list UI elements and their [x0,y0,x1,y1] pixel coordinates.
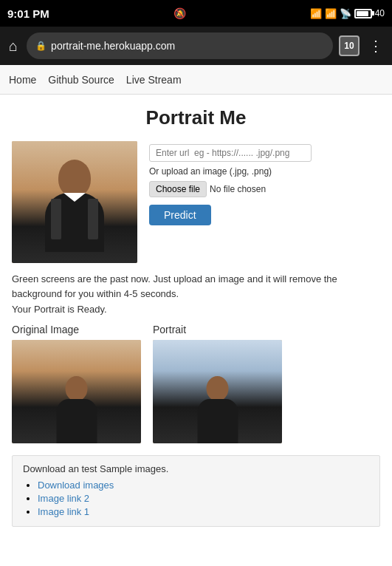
download-title: Download an test Sample images. [23,463,369,474]
browser-bar: ⌂ 🔒 portrait-me.herokuapp.com 10 ⋮ [0,27,392,65]
home-button[interactable]: ⌂ [6,35,21,58]
file-name-display: No file chosen [210,184,266,194]
nav-bar: Home Github Source Live Stream [0,65,392,95]
lock-icon: 🔒 [35,41,47,51]
battery-icon [354,9,372,18]
upload-label: Or upload an image (.jpg, .png) [149,166,312,177]
list-item: Image link 2 [38,492,369,504]
url-bar[interactable]: 🔒 portrait-me.herokuapp.com [27,33,333,59]
status-ready-text: Your Portrait is Ready. [12,304,380,315]
tab-count[interactable]: 10 [339,35,360,56]
results-section: Original Image Portrait [12,324,380,443]
choose-file-button[interactable]: Choose file [149,181,207,197]
description-text: Green screens are the past now. Just upl… [12,272,380,301]
download-list: Download images Image link 2 Image link … [23,479,369,517]
status-time: 9:01 PM [7,7,49,20]
predict-button[interactable]: Predict [149,205,211,225]
signal-icon-1: 📶 [310,8,322,19]
person-silhouette [41,160,108,263]
status-icons: 📶 📶 📡 40 [310,8,385,19]
download-link-2[interactable]: Image link 2 [38,493,89,504]
person-body [45,193,104,252]
original-col: Original Image [12,324,141,443]
nav-home[interactable]: Home [9,74,36,86]
battery-percent: 40 [375,8,385,18]
original-label: Original Image [12,324,79,335]
download-section: Download an test Sample images. Download… [12,455,380,527]
wifi-icon: 📡 [340,8,351,19]
nav-live-stream[interactable]: Live Stream [126,74,182,86]
nav-github[interactable]: Github Source [48,74,114,86]
main-content: Portrait Me Or upload an image (.jpg, .p… [0,95,392,539]
portrait-label: Portrait [153,324,186,335]
page-title: Portrait Me [12,106,380,129]
hero-section: Or upload an image (.jpg, .png) Choose f… [12,141,380,263]
file-input-row: Choose file No file chosen [149,181,312,197]
download-link-1[interactable]: Download images [38,480,114,491]
signal-icon-2: 📶 [325,8,337,19]
list-item: Download images [38,479,369,491]
download-link-3[interactable]: Image link 1 [38,506,89,517]
portrait-person [197,376,238,443]
portrait-col: Portrait [153,324,282,443]
original-image [12,340,141,443]
url-text: portrait-me.herokuapp.com [51,40,324,52]
upload-section: Or upload an image (.jpg, .png) Choose f… [149,141,312,225]
list-item: Image link 1 [38,505,369,517]
person-head [58,160,91,197]
original-person [56,376,97,443]
status-bar: 9:01 PM 🔕 📶 📶 📡 40 [0,0,392,27]
mute-icon: 🔕 [173,7,186,19]
portrait-image [153,340,282,443]
url-input[interactable] [149,144,312,162]
hero-image [12,141,137,263]
browser-menu-button[interactable]: ⋮ [365,34,386,58]
